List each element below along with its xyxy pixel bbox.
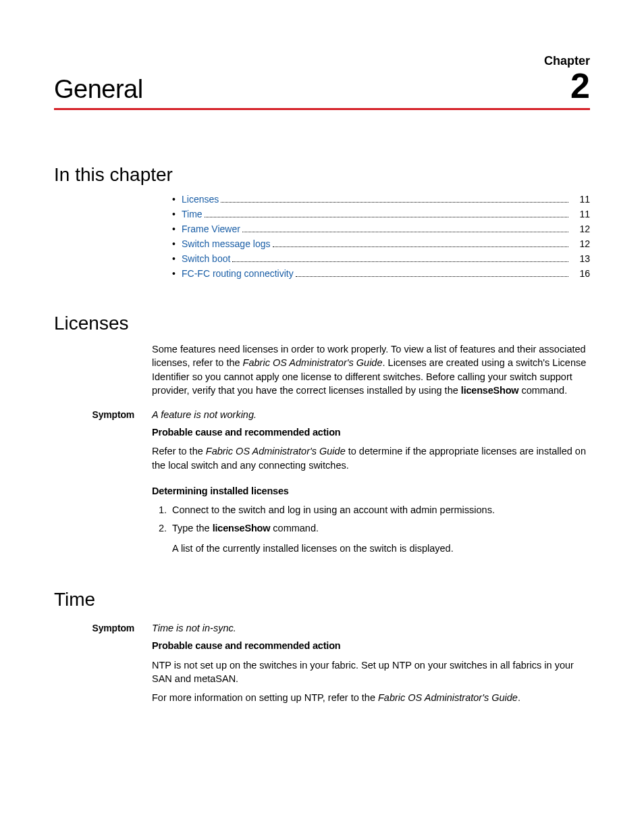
toc-page: 11 [572,209,590,219]
doc-ref: Fabric OS Administrator's Guide [206,446,346,457]
section-heading-time: Time [54,589,590,610]
toc-dots [273,246,568,247]
licenses-body: Probable cause and recommended action Re… [152,425,590,555]
toc-page: 16 [572,268,590,279]
bullet-icon: • [172,194,182,205]
command-name: licenseShow [461,385,519,396]
toc-page: 12 [572,224,590,234]
subheading-cause: Probable cause and recommended action [152,639,590,652]
bullet-icon: • [172,238,182,249]
step-sub: A list of the currently installed licens… [172,542,590,555]
section-heading-licenses: Licenses [54,313,590,334]
paragraph: Some features need licenses in order to … [152,342,590,397]
document-page: Chapter General 2 In this chapter • Lice… [0,0,644,834]
text: Type the [172,523,213,533]
symptom-text: Time is not in-sync. [152,623,236,633]
toc-entry: • Time 11 [172,209,590,219]
toc-page: 12 [572,238,590,249]
toc-entry: • Switch message logs 12 [172,238,590,249]
paragraph: For more information on setting up NTP, … [152,691,590,704]
paragraph: NTP is not set up on the switches in you… [152,658,590,686]
toc-page: 11 [572,194,590,205]
toc-dots [232,261,568,262]
toc-entry: • Switch boot 13 [172,253,590,264]
toc-link-time[interactable]: Time [182,209,203,219]
text: For more information on setting up NTP, … [152,692,378,703]
doc-ref: Fabric OS Administrator's Guide [378,692,518,703]
bullet-icon: • [172,268,182,279]
bullet-icon: • [172,224,182,234]
steps-list: Connect to the switch and log in using a… [152,503,590,555]
toc-link-fc-fc-routing[interactable]: FC-FC routing connectivity [182,268,294,279]
text: . [518,692,520,703]
toc-entry: • Licenses 11 [172,194,590,205]
toc-list: • Licenses 11 • Time 11 • Frame Viewer 1… [172,194,590,279]
symptom-label: Symptom [54,409,152,420]
bullet-icon: • [172,253,182,264]
bullet-icon: • [172,209,182,219]
chapter-label: Chapter [54,54,590,68]
symptom-row: Symptom A feature is not working. [54,409,590,420]
text: command. [518,385,567,396]
time-body: Probable cause and recommended action NT… [152,639,590,704]
toc-dots [242,232,568,232]
command-name: licenseShow [213,523,271,533]
paragraph: Refer to the Fabric OS Administrator's G… [152,444,590,472]
text: Connect to the switch and log in using a… [172,504,495,515]
toc-link-switch-message-logs[interactable]: Switch message logs [182,238,271,249]
section-heading-in-chapter: In this chapter [54,164,590,186]
chapter-title: General [54,75,143,104]
doc-ref: Fabric OS Administrator's Guide [243,357,383,368]
toc-page: 13 [572,253,590,264]
chapter-header: General 2 [54,68,590,110]
step-item: Type the licenseShow command. A list of … [169,521,590,556]
licenses-intro: Some features need licenses in order to … [152,342,590,397]
step-item: Connect to the switch and log in using a… [169,503,590,517]
toc-dots [205,217,568,217]
symptom-label: Symptom [54,623,152,633]
text: Refer to the [152,446,206,457]
symptom-row: Symptom Time is not in-sync. [54,623,590,633]
chapter-number: 2 [570,68,590,103]
toc-link-switch-boot[interactable]: Switch boot [182,253,230,264]
toc-link-licenses[interactable]: Licenses [182,194,219,205]
toc-link-frame-viewer[interactable]: Frame Viewer [182,224,240,234]
toc-entry: • Frame Viewer 12 [172,224,590,234]
text: command. [270,523,319,533]
subheading-cause: Probable cause and recommended action [152,425,590,439]
toc-dots [221,202,568,203]
symptom-text: A feature is not working. [152,409,257,420]
subheading-determining: Determining installed licenses [152,484,590,498]
toc-entry: • FC-FC routing connectivity 16 [172,268,590,279]
toc-dots [296,276,568,277]
